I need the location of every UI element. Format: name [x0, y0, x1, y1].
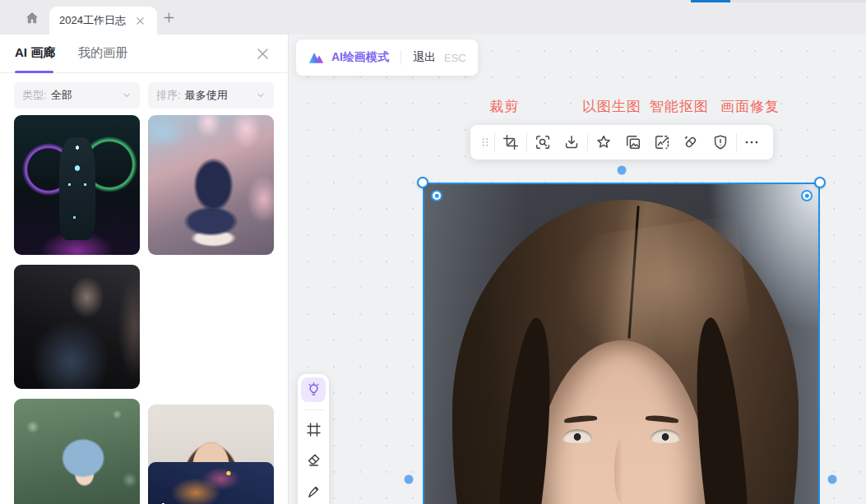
- eraser-tool-button[interactable]: [301, 448, 326, 471]
- ai-mode-label: AI绘画模式: [331, 50, 389, 65]
- close-tab-icon[interactable]: [134, 14, 147, 27]
- ellipsis-icon: [743, 133, 761, 151]
- download-button[interactable]: [558, 129, 586, 155]
- ai-suggest-button[interactable]: [301, 377, 326, 402]
- gallery-image-maid[interactable]: [148, 115, 274, 255]
- type-filter-dropdown[interactable]: 类型: 全部: [14, 82, 140, 109]
- extend-handle-right[interactable]: [828, 475, 837, 484]
- portrait-artwork: [424, 184, 818, 504]
- sort-filter-dropdown[interactable]: 排序: 最多使用: [148, 82, 274, 109]
- plus-icon: [162, 11, 176, 25]
- tab-2024-worklog[interactable]: 2024工作日志: [49, 7, 157, 35]
- selected-image-portrait[interactable]: [423, 183, 820, 504]
- pen-icon: [305, 482, 322, 499]
- gallery-image-dark-portrait[interactable]: [14, 265, 140, 389]
- home-icon: [24, 10, 40, 26]
- crop-button[interactable]: [498, 129, 525, 155]
- download-icon: [563, 133, 581, 151]
- chevron-down-icon: [256, 90, 266, 100]
- annotation-repair: 画面修复: [720, 97, 780, 116]
- image-search-button[interactable]: [530, 129, 557, 155]
- smart-cutout-button[interactable]: [648, 129, 675, 155]
- new-tab-button[interactable]: [160, 8, 178, 26]
- tab-my-albums[interactable]: 我的画册: [78, 45, 127, 61]
- crop-anchor-top-right[interactable]: [801, 190, 813, 201]
- bandaid-icon: [682, 133, 700, 151]
- lightbulb-icon: [305, 381, 322, 399]
- annotation-img2img: 以图生图: [582, 97, 641, 116]
- active-tab-underline: [15, 71, 53, 73]
- gallery-image-blue-hair[interactable]: [14, 399, 140, 504]
- gallery-image-cyborg[interactable]: [14, 115, 140, 255]
- progress-track: [730, 0, 866, 2]
- filter-row: 类型: 全部 排序: 最多使用: [0, 82, 288, 109]
- annotations: 裁剪 以图生图 智能抠图 画面修复: [289, 97, 866, 115]
- canvas[interactable]: AI绘画模式 退出 ESC 裁剪 以图生图 智能抠图 画面修复: [289, 35, 866, 504]
- panel-header: AI 画廊 我的画册: [0, 35, 288, 73]
- home-button[interactable]: [21, 7, 43, 29]
- exit-button[interactable]: 退出: [413, 50, 436, 65]
- gallery-image-anime-stars[interactable]: [148, 462, 274, 504]
- image-toolbar: [470, 125, 773, 160]
- eraser-icon: [305, 451, 322, 469]
- close-icon: [256, 47, 270, 61]
- annotation-cutout: 智能抠图: [650, 97, 709, 116]
- app-window: 2024工作日志: [0, 0, 866, 504]
- extend-handle-left[interactable]: [405, 475, 414, 484]
- ai-logo-icon: [308, 49, 325, 67]
- repair-button[interactable]: [678, 129, 705, 155]
- close-panel-button[interactable]: [253, 44, 271, 62]
- ai-mode-badge: AI绘画模式 退出 ESC: [296, 39, 478, 76]
- favorite-button[interactable]: [590, 129, 618, 155]
- progress-bar: [691, 0, 730, 2]
- resize-handle-top-right[interactable]: [814, 177, 826, 188]
- star-icon: [595, 133, 613, 151]
- more-button[interactable]: [739, 129, 766, 155]
- draw-tools-panel: [298, 374, 329, 504]
- tab-ai-gallery[interactable]: AI 画廊: [15, 45, 55, 61]
- smart-cutout-icon: [653, 133, 671, 151]
- rotate-handle[interactable]: [618, 166, 627, 175]
- frame-tool-button[interactable]: [301, 418, 326, 441]
- crop-anchor-top-left[interactable]: [431, 190, 442, 201]
- frame-icon: [305, 421, 322, 438]
- esc-hint: ESC: [444, 52, 466, 64]
- report-button[interactable]: [706, 129, 734, 155]
- annotation-crop: 裁剪: [489, 97, 519, 116]
- resize-handle-top-left[interactable]: [417, 177, 428, 188]
- crop-icon: [502, 133, 520, 151]
- ai-gallery-panel: AI 画廊 我的画册 类型: 全部 排序: 最多使用: [0, 35, 289, 504]
- tab-bar: 2024工作日志: [0, 0, 866, 35]
- shield-alert-icon: [711, 133, 729, 151]
- drag-handle-icon[interactable]: [478, 129, 493, 155]
- copy-image-icon: [624, 133, 642, 151]
- pen-tool-button[interactable]: [301, 479, 326, 502]
- gallery-grid: [0, 115, 288, 504]
- copy-image-button[interactable]: [619, 129, 646, 155]
- image-search-icon: [534, 133, 552, 151]
- chevron-down-icon: [122, 90, 132, 100]
- tab-title: 2024工作日志: [59, 13, 126, 28]
